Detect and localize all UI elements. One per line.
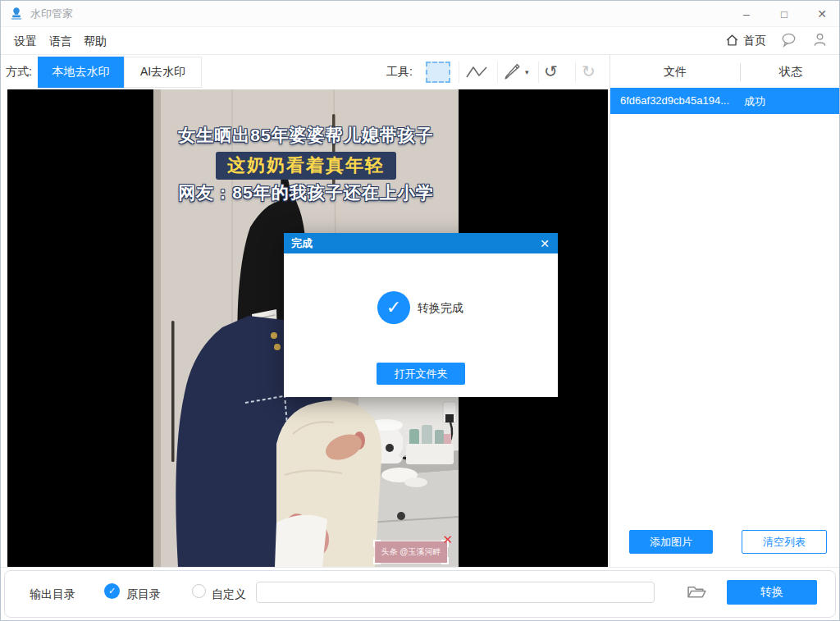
titlebar: 水印管家 – □ ✕ [1, 1, 839, 27]
chat-bubble-icon [780, 32, 797, 51]
file-name: 6fd6af32d9cb45a194... [620, 94, 729, 107]
app-window: 水印管家 – □ ✕ 设置 语言 帮助 首页 [0, 0, 840, 621]
video-caption-line1: 女生晒出85年婆婆帮儿媳带孩子 [153, 124, 459, 147]
brush-dropdown-caret-icon[interactable]: ▾ [525, 68, 529, 76]
home-label: 首页 [743, 34, 766, 48]
toolbar-separator [575, 62, 576, 83]
dialog-close-icon[interactable]: ✕ [532, 233, 558, 253]
home-icon [724, 33, 740, 50]
home-button[interactable]: 首页 [724, 27, 766, 55]
polyline-tool-icon[interactable] [465, 65, 488, 83]
open-folder-button[interactable]: 打开文件夹 [377, 363, 465, 385]
redo-icon[interactable]: ↻ [582, 63, 596, 80]
selection-corner-handle[interactable] [373, 540, 381, 547]
toolbar-separator [459, 62, 459, 83]
output-path-input[interactable] [256, 582, 655, 603]
account-button[interactable] [808, 27, 831, 55]
completion-dialog: 完成 ✕ ✓ 转换完成 打开文件夹 [284, 233, 558, 397]
clear-list-button[interactable]: 清空列表 [742, 530, 827, 554]
status-badge: 成功 [744, 94, 765, 109]
video-caption-badge: 这奶奶看着真年轻 [216, 152, 396, 180]
messages-button[interactable] [777, 27, 800, 55]
toolbar-separator [497, 62, 498, 83]
menubar: 设置 语言 帮助 首页 [1, 27, 839, 55]
undo-icon[interactable]: ↺ [544, 63, 558, 80]
video-caption-line2: 网友：85年的我孩子还在上小学 [153, 181, 459, 204]
toolbar: 方式: 本地去水印 AI去水印 工具: ▾ ↺ ↻ [1, 55, 609, 89]
radio-original-dir-label[interactable]: 原目录 [126, 587, 161, 602]
radio-custom-dir-label[interactable]: 自定义 [212, 587, 246, 602]
file-list-row[interactable]: 6fd6af32d9cb45a194... 成功 [610, 88, 840, 114]
column-header-file: 文件 [610, 55, 740, 89]
radio-custom-dir[interactable] [192, 584, 206, 598]
watermark-text: 头条 @玉溪河畔 [375, 541, 447, 563]
convert-button[interactable]: 转换 [727, 580, 817, 605]
menu-language[interactable]: 语言 [46, 27, 75, 55]
close-button[interactable]: ✕ [803, 1, 840, 27]
selection-corner-handle[interactable] [441, 557, 449, 564]
tools-label: 工具: [386, 55, 413, 89]
app-logo-stamp-icon [9, 7, 24, 25]
window-title: 水印管家 [30, 1, 73, 27]
marquee-select-tool-icon[interactable] [426, 62, 450, 83]
file-list-panel: 文件 状态 6fd6af32d9cb45a194... 成功 添加图片 清空列表 [609, 55, 840, 567]
dialog-message: 转换完成 [418, 301, 463, 316]
output-dir-label: 输出目录 [30, 587, 75, 602]
maximize-button[interactable]: □ [765, 1, 803, 27]
success-check-icon: ✓ [377, 291, 410, 324]
column-header-status: 状态 [740, 55, 840, 89]
browse-folder-icon[interactable] [687, 583, 708, 603]
user-icon [812, 32, 828, 51]
selection-corner-handle[interactable] [373, 557, 381, 564]
dialog-title: 完成 [284, 233, 558, 253]
menu-help[interactable]: 帮助 [80, 27, 110, 55]
tab-ai-watermark-removal[interactable]: AI去水印 [124, 57, 202, 88]
header-divider [740, 63, 741, 81]
bottom-divider [1, 567, 840, 568]
add-image-button[interactable]: 添加图片 [629, 530, 713, 554]
tab-local-watermark-removal[interactable]: 本地去水印 [38, 57, 124, 88]
brush-tool-icon[interactable] [503, 62, 522, 84]
mode-label: 方式: [6, 55, 32, 89]
radio-original-dir[interactable]: ✓ [104, 583, 120, 599]
watermark-selection-region[interactable]: 头条 @玉溪河畔 ✕ [374, 541, 448, 564]
toolbar-separator [538, 62, 539, 83]
selection-close-icon[interactable]: ✕ [442, 533, 453, 546]
output-bar: 输出目录 ✓ 原目录 自定义 转换 [4, 570, 836, 618]
menu-settings[interactable]: 设置 [11, 27, 40, 55]
video-caption-badge-wrap: 这奶奶看着真年轻 [153, 152, 459, 180]
minimize-button[interactable]: – [728, 1, 765, 27]
